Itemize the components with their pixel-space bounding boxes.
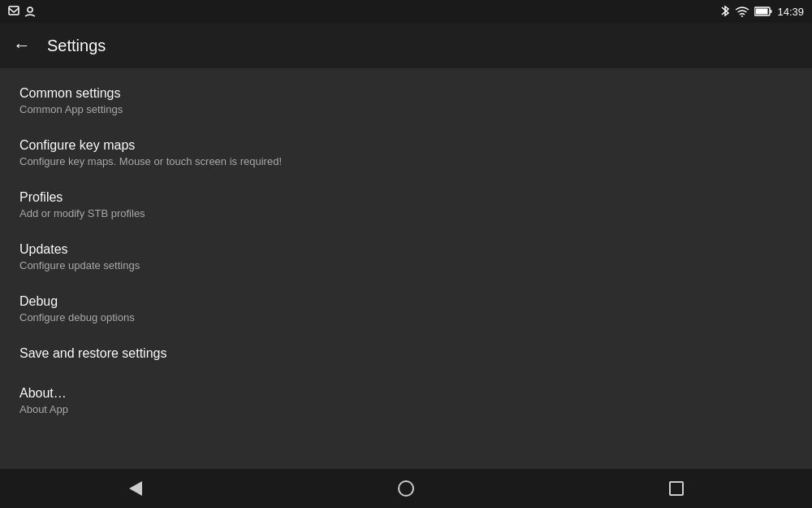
notification-icon-1 bbox=[8, 6, 19, 17]
settings-item-title-4: Debug bbox=[19, 294, 793, 309]
bluetooth-icon bbox=[720, 5, 730, 18]
status-time: 14:39 bbox=[777, 6, 804, 18]
svg-rect-5 bbox=[756, 9, 768, 15]
settings-item-0[interactable]: Common settingsCommon App settings bbox=[0, 75, 812, 127]
nav-bar bbox=[0, 469, 812, 508]
settings-item-title-3: Updates bbox=[19, 242, 793, 257]
back-button[interactable]: ← bbox=[13, 35, 31, 56]
wifi-icon bbox=[735, 6, 749, 17]
home-nav-icon bbox=[398, 480, 414, 497]
settings-item-title-5: Save and restore settings bbox=[19, 346, 793, 361]
nav-back-button[interactable] bbox=[111, 472, 160, 505]
settings-item-5[interactable]: Save and restore settings bbox=[0, 335, 812, 375]
toolbar: ← Settings bbox=[0, 23, 812, 68]
nav-home-button[interactable] bbox=[382, 472, 430, 505]
recents-nav-icon bbox=[669, 481, 684, 496]
settings-item-6[interactable]: About…About App bbox=[0, 375, 812, 427]
status-bar-right: 14:39 bbox=[720, 5, 804, 18]
settings-item-title-1: Configure key maps bbox=[19, 138, 793, 153]
settings-item-3[interactable]: UpdatesConfigure update settings bbox=[0, 231, 812, 283]
svg-rect-0 bbox=[9, 7, 19, 15]
settings-item-subtitle-2: Add or modify STB profiles bbox=[19, 207, 793, 219]
settings-item-subtitle-6: About App bbox=[19, 403, 793, 415]
settings-item-subtitle-3: Configure update settings bbox=[19, 259, 793, 271]
status-bar-left bbox=[8, 6, 36, 17]
settings-item-1[interactable]: Configure key mapsConfigure key maps. Mo… bbox=[0, 127, 812, 179]
settings-item-subtitle-0: Common App settings bbox=[19, 103, 793, 115]
settings-item-title-6: About… bbox=[19, 386, 793, 401]
settings-item-title-2: Profiles bbox=[19, 190, 793, 205]
svg-rect-4 bbox=[771, 10, 772, 13]
svg-point-2 bbox=[741, 15, 743, 17]
settings-list: Common settingsCommon App settingsConfig… bbox=[0, 68, 812, 433]
nav-recents-button[interactable] bbox=[652, 472, 701, 505]
status-bar: 14:39 bbox=[0, 0, 812, 23]
settings-item-4[interactable]: DebugConfigure debug options bbox=[0, 283, 812, 335]
settings-item-2[interactable]: ProfilesAdd or modify STB profiles bbox=[0, 179, 812, 231]
settings-item-subtitle-1: Configure key maps. Mouse or touch scree… bbox=[19, 155, 793, 167]
toolbar-title: Settings bbox=[47, 37, 106, 55]
battery-icon bbox=[754, 7, 772, 16]
settings-item-subtitle-4: Configure debug options bbox=[19, 311, 793, 323]
notification-icon-2 bbox=[24, 6, 36, 17]
svg-point-1 bbox=[28, 7, 32, 12]
settings-item-title-0: Common settings bbox=[19, 86, 793, 101]
back-nav-icon bbox=[129, 481, 142, 496]
